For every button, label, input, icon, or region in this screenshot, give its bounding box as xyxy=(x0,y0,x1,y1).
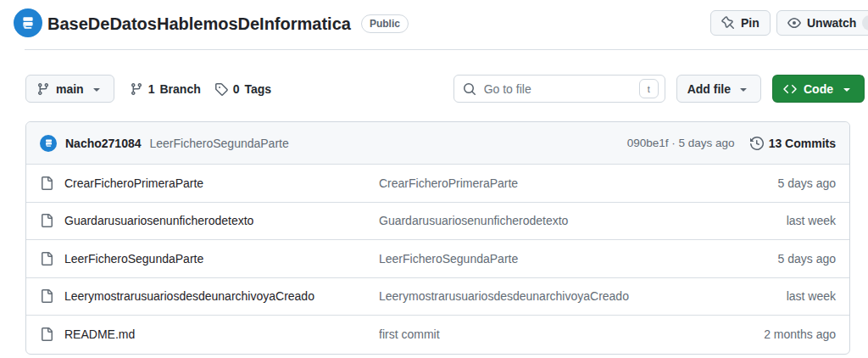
code-icon xyxy=(783,82,797,96)
code-button-label: Code xyxy=(804,82,833,96)
commit-history-link[interactable]: 13 Commits xyxy=(750,137,836,150)
add-file-button-label: Add file xyxy=(687,82,731,96)
git-branch-icon xyxy=(130,82,143,96)
file-icon xyxy=(40,289,53,303)
pin-icon xyxy=(721,16,735,30)
visibility-badge: Public xyxy=(361,14,409,33)
unwatch-button[interactable]: Unwatch 1 xyxy=(776,10,868,36)
go-to-file-search[interactable]: t xyxy=(453,75,665,103)
repo-toolbar: main 1 Branch 0 Tags t Add file Code xyxy=(25,75,865,103)
tags-link[interactable]: 0 Tags xyxy=(214,82,271,96)
table-row[interactable]: LeerFicheroSegundaParte LeerFicheroSegun… xyxy=(26,239,849,277)
git-branch-icon xyxy=(36,82,50,96)
chevron-down-icon xyxy=(840,82,854,96)
repo-title[interactable]: BaseDeDatosHablemosDeInformatica xyxy=(47,14,351,34)
commit-time: 5 days ago xyxy=(679,137,735,149)
search-input[interactable] xyxy=(482,81,633,97)
file-commit-message[interactable]: first commit xyxy=(379,327,764,341)
keyboard-shortcut-hint: t xyxy=(639,79,659,98)
search-icon xyxy=(463,82,476,96)
branches-link[interactable]: 1 Branch xyxy=(130,82,201,96)
file-browser-table: Nacho271084 LeerFicheroSegundaParte 090b… xyxy=(25,121,850,355)
commit-author-avatar[interactable] xyxy=(40,135,57,152)
file-commit-date: 5 days ago xyxy=(778,252,837,266)
tags-label: Tags xyxy=(245,82,272,96)
branches-label: Branch xyxy=(159,82,200,96)
tag-icon xyxy=(214,82,228,96)
table-row[interactable]: README.md first commit 2 months ago xyxy=(26,315,849,353)
commit-message[interactable]: LeerFicheroSegundaParte xyxy=(150,137,289,150)
commit-hash[interactable]: 090be1f xyxy=(627,137,669,149)
server-icon xyxy=(20,15,36,31)
current-branch-label: main xyxy=(56,82,84,96)
repo-header: BaseDeDatosHablemosDeInformatica Public … xyxy=(0,0,868,49)
unwatch-button-label: Unwatch xyxy=(807,16,856,30)
header-divider xyxy=(25,49,868,50)
file-name-link[interactable]: README.md xyxy=(64,327,135,341)
latest-commit-bar: Nacho271084 LeerFicheroSegundaParte 090b… xyxy=(26,122,849,164)
add-file-button[interactable]: Add file xyxy=(676,75,761,103)
file-name-link[interactable]: LeerymostrarusuariosdesdeunarchivoyaCrea… xyxy=(64,289,314,303)
file-icon xyxy=(40,214,53,227)
file-name-link[interactable]: LeerFicheroSegundaParte xyxy=(64,252,203,266)
file-icon xyxy=(40,327,53,341)
file-name-link[interactable]: CrearFicheroPrimeraParte xyxy=(64,176,203,190)
file-commit-message[interactable]: Guardarusuariosenunficherodetexto xyxy=(379,214,787,227)
branch-selector-button[interactable]: main xyxy=(25,75,114,103)
file-commit-message[interactable]: CrearFicheroPrimeraParte xyxy=(379,176,778,190)
file-commit-message[interactable]: LeerFicheroSegundaParte xyxy=(379,252,778,266)
file-icon xyxy=(40,252,53,266)
file-commit-date: 2 months ago xyxy=(764,327,836,341)
branches-count: 1 xyxy=(148,82,155,96)
commit-meta-separator: · xyxy=(671,137,676,149)
repo-avatar[interactable] xyxy=(14,8,42,37)
pin-button-label: Pin xyxy=(741,16,760,30)
file-commit-date: 5 days ago xyxy=(778,176,837,190)
file-commit-date: last week xyxy=(787,289,836,303)
watch-count-badge: 1 xyxy=(862,15,868,31)
file-icon xyxy=(40,176,53,190)
server-icon xyxy=(44,138,53,148)
code-button[interactable]: Code xyxy=(772,75,865,103)
pin-button[interactable]: Pin xyxy=(710,10,771,36)
table-row[interactable]: Guardarusuariosenunficherodetexto Guarda… xyxy=(26,202,849,240)
eye-icon xyxy=(787,16,801,30)
chevron-down-icon xyxy=(90,82,103,96)
history-icon xyxy=(750,137,764,150)
chevron-down-icon xyxy=(737,82,750,96)
file-commit-date: last week xyxy=(787,214,836,227)
tags-count: 0 xyxy=(233,82,240,96)
commit-author[interactable]: Nacho271084 xyxy=(65,137,142,150)
file-name-link[interactable]: Guardarusuariosenunficherodetexto xyxy=(64,214,253,227)
commit-meta[interactable]: 090be1f · 5 days ago xyxy=(627,137,735,149)
table-row[interactable]: CrearFicheroPrimeraParte CrearFicheroPri… xyxy=(26,164,849,202)
table-row[interactable]: LeerymostrarusuariosdesdeunarchivoyaCrea… xyxy=(26,277,849,316)
commits-count: 13 Commits xyxy=(769,137,836,150)
file-commit-message[interactable]: LeerymostrarusuariosdesdeunarchivoyaCrea… xyxy=(379,289,787,303)
